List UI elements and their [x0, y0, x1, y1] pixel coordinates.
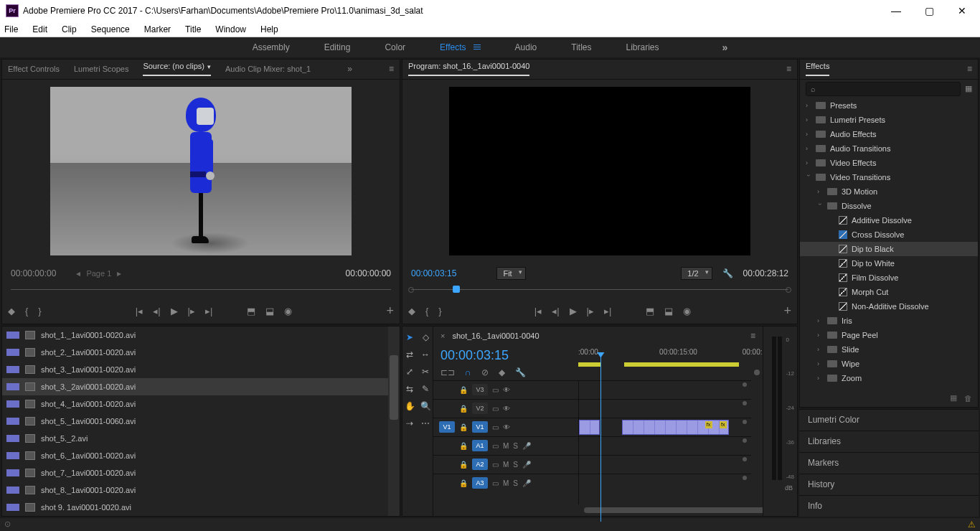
project-item[interactable]: shot_4._1avi0001-0020.avi: [2, 395, 388, 413]
step-back-icon[interactable]: ◂|: [552, 306, 559, 316]
panel-libraries[interactable]: Libraries: [799, 431, 979, 452]
menu-clip[interactable]: Clip: [62, 24, 77, 34]
overwrite-icon[interactable]: ⬓: [265, 306, 274, 316]
rolling-tool-icon[interactable]: ↔: [420, 349, 430, 360]
chevron-icon[interactable]: ›: [817, 375, 823, 382]
effects-tree-item[interactable]: ›3D Motion: [800, 184, 978, 199]
maximize-button[interactable]: ▢: [913, 0, 946, 22]
new-bin-icon[interactable]: ▦: [950, 393, 957, 403]
effects-tree-item[interactable]: ›Presets: [800, 98, 978, 113]
audio-lane[interactable]: [579, 455, 751, 474]
lock-icon[interactable]: 🔒: [459, 442, 468, 450]
chevron-icon[interactable]: ›: [817, 360, 823, 367]
eye-icon[interactable]: 👁: [503, 423, 510, 431]
audio-lane[interactable]: [579, 474, 751, 492]
menu-sequence[interactable]: Sequence: [91, 24, 130, 34]
out-icon[interactable]: }: [38, 306, 41, 316]
keyframe-icon[interactable]: [743, 382, 747, 387]
magnet-icon[interactable]: ∩: [465, 367, 471, 377]
chevron-icon[interactable]: ›: [806, 116, 811, 123]
audio-track-header[interactable]: 🔒A1▭MS🎤: [433, 436, 578, 455]
project-scroll[interactable]: [388, 326, 400, 516]
tab-audio-clip-mixer[interactable]: Audio Clip Mixer: shot_1: [225, 65, 311, 73]
export-frame-icon[interactable]: ◉: [284, 306, 292, 316]
extract-icon[interactable]: ⬓: [664, 306, 673, 316]
project-item[interactable]: shot_2._1avi0001-0020.avi: [2, 344, 388, 361]
mute-icon[interactable]: M: [503, 461, 509, 469]
lock-icon[interactable]: 🔒: [459, 423, 468, 431]
type-tool-icon[interactable]: ⇢: [405, 418, 415, 428]
step-fwd-icon[interactable]: |▸: [188, 306, 195, 316]
solo-icon[interactable]: S: [513, 479, 518, 487]
workspace-libraries[interactable]: Libraries: [626, 42, 659, 52]
chevron-icon[interactable]: ›: [805, 174, 812, 180]
marker-icon[interactable]: ◆: [408, 306, 415, 316]
settings-icon[interactable]: 🔧: [515, 367, 526, 377]
source-patch[interactable]: V1: [439, 421, 455, 433]
track-label[interactable]: V2: [472, 403, 488, 414]
lock-icon[interactable]: 🔒: [459, 386, 468, 394]
voice-icon[interactable]: 🎤: [522, 461, 531, 469]
play-icon[interactable]: ▶: [171, 306, 178, 316]
project-item[interactable]: shot_3._2avi0001-0020.avi: [2, 378, 388, 395]
effects-tree-item[interactable]: Morph Cut: [800, 285, 978, 299]
delete-icon[interactable]: 🗑: [964, 394, 972, 403]
button-editor-icon[interactable]: +: [783, 304, 791, 319]
clip[interactable]: fxfx: [622, 420, 729, 435]
program-scrub[interactable]: [411, 283, 788, 296]
project-item[interactable]: shot_5._1avi0001-0060.avi: [2, 413, 388, 430]
menu-help[interactable]: Help: [260, 24, 278, 34]
toggle-track-icon[interactable]: ▭: [492, 442, 499, 450]
source-tc-out[interactable]: 00:00:00:00: [346, 268, 391, 278]
effects-tree-item[interactable]: Non-Additive Dissolve: [800, 299, 978, 314]
lift-icon[interactable]: ⬒: [646, 306, 654, 316]
page-indicator[interactable]: Page 1: [86, 269, 111, 278]
effects-tree-item[interactable]: ›Slide: [800, 342, 978, 357]
go-to-in-icon[interactable]: |◂: [136, 306, 143, 316]
video-track-header[interactable]: V1🔒V1▭👁: [433, 418, 578, 436]
menu-file[interactable]: File: [4, 24, 18, 34]
chevron-icon[interactable]: ›: [806, 145, 811, 152]
keyframe-icon[interactable]: [743, 438, 747, 443]
keyframe-icon[interactable]: [743, 476, 747, 480]
zoom-tool-icon[interactable]: 🔍: [420, 401, 430, 411]
project-item[interactable]: shot_5._2.avi: [2, 430, 388, 447]
rate-tool-icon[interactable]: ⤢: [405, 367, 415, 377]
toggle-track-icon[interactable]: ▭: [492, 386, 499, 394]
tab-program[interactable]: Program: shot_16._1avi0001-0040: [408, 62, 529, 76]
project-item[interactable]: shot 9. 1avi0001-0020.avi: [2, 499, 388, 516]
program-tc-current[interactable]: 00:00:03:15: [411, 268, 456, 278]
tab-lumetri-scopes[interactable]: Lumetri Scopes: [74, 65, 128, 73]
insert-icon[interactable]: ⬒: [247, 306, 255, 316]
effects-tree-item[interactable]: ›Audio Effects: [800, 127, 978, 141]
audio-track-header[interactable]: 🔒A3▭MS🎤: [433, 474, 578, 492]
go-to-in-icon[interactable]: |◂: [534, 306, 542, 316]
panel-lumetri-color[interactable]: Lumetri Color: [799, 409, 979, 431]
mute-icon[interactable]: M: [503, 442, 509, 450]
timeline-v-scroll[interactable]: [751, 380, 763, 504]
effects-tree-item[interactable]: Film Dissolve: [800, 271, 978, 285]
chevron-icon[interactable]: ›: [806, 102, 811, 109]
export-frame-icon[interactable]: ◉: [683, 306, 691, 316]
solo-icon[interactable]: S: [513, 461, 518, 469]
fit-select[interactable]: Fit: [496, 267, 525, 280]
panel-menu-icon[interactable]: ≡: [750, 331, 755, 341]
chevron-icon[interactable]: ›: [806, 159, 811, 166]
toggle-track-icon[interactable]: ▭: [492, 461, 499, 469]
panel-menu-icon[interactable]: ≡: [389, 64, 394, 74]
tab-source[interactable]: Source: (no clips)▾: [143, 62, 211, 76]
linked-sel-icon[interactable]: ⊘: [481, 367, 489, 377]
timeline-h-scroll[interactable]: [433, 504, 763, 516]
keyframe-icon[interactable]: [743, 401, 747, 405]
razor-tool-icon[interactable]: ✂: [420, 367, 430, 377]
effects-tree-item[interactable]: ›Audio Transitions: [800, 141, 978, 156]
minimize-button[interactable]: —: [880, 0, 913, 22]
toggle-track-icon[interactable]: ▭: [492, 405, 499, 413]
workspace-editing[interactable]: Editing: [324, 42, 351, 52]
zoom-select[interactable]: 1/2: [681, 267, 712, 280]
close-button[interactable]: ✕: [946, 0, 979, 22]
toggle-track-icon[interactable]: ▭: [492, 479, 499, 487]
menu-edit[interactable]: Edit: [32, 24, 47, 34]
chevron-icon[interactable]: ›: [806, 131, 811, 138]
effects-tree-item[interactable]: ›Dissolve: [800, 199, 978, 213]
